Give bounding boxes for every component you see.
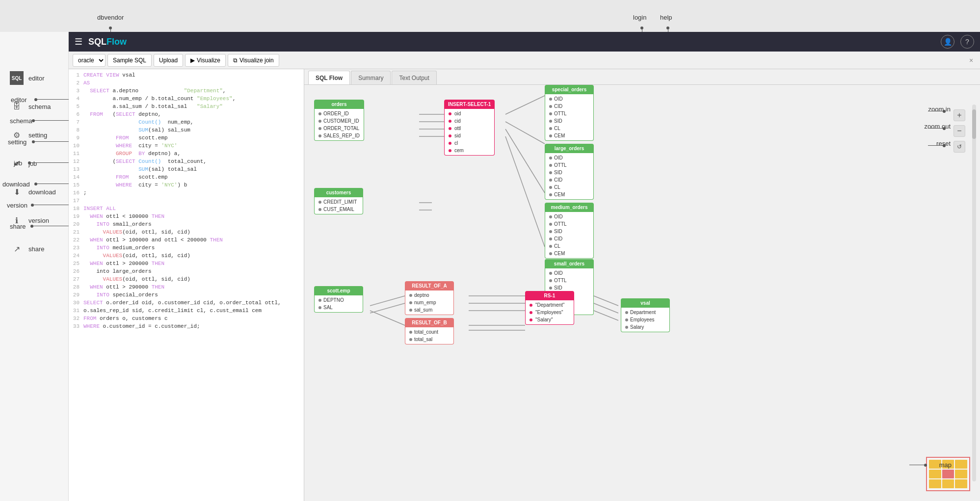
zoom-out-button[interactable]: − — [954, 125, 965, 137]
svg-line-7 — [505, 122, 545, 144]
code-line: 28 WHEN ottl > 290000 THEN — [69, 283, 304, 291]
zoom-in-label: zoom in — [928, 105, 951, 113]
download-ext-dot — [34, 183, 37, 185]
share-ext-label: share — [10, 223, 26, 230]
node-medium-orders[interactable]: medium_orders OID OTTL SID CID CL CEM — [545, 203, 594, 259]
editor-ext-line — [37, 99, 73, 100]
node-orders[interactable]: orders ORDER_ID CUSTOMER_ID ORDER_TOTAL … — [314, 100, 364, 141]
node-large-orders[interactable]: large_orders OID OTTL SID CID CL CEM — [545, 144, 594, 200]
node-result-of-b[interactable]: RESULT_OF_B total_count total_sal — [405, 318, 454, 344]
node-result-of-a[interactable]: RESULT_OF_A deptno num_emp sal_sum — [405, 281, 454, 315]
node-medium-orders-body: OID OTTL SID CID CL CEM — [545, 212, 594, 259]
code-line: 2AS — [69, 79, 304, 87]
share-ext-dot — [30, 225, 33, 228]
code-line: 25 WHEN ottl > 200000 THEN — [69, 260, 304, 267]
node-result-of-b-body: total_count total_sal — [405, 327, 454, 344]
sidebar-item-job[interactable]: ✔ job — [0, 157, 68, 170]
map-label: map — [939, 461, 952, 469]
node-field: OID — [549, 213, 589, 220]
code-line: 8 SUM(sal) sal_sum — [69, 126, 304, 134]
tab-sql-flow[interactable]: SQL Flow — [308, 71, 350, 84]
node-scott-emp[interactable]: scott.emp DEPTNO SAL — [314, 286, 363, 313]
node-field: CEM — [549, 132, 589, 139]
node-field: Department — [625, 309, 665, 316]
flow-panel[interactable]: orders ORDER_ID CUSTOMER_ID ORDER_TOTAL … — [304, 85, 980, 501]
tab-text-output[interactable]: Text Output — [392, 71, 436, 84]
svg-line-20 — [594, 311, 618, 320]
visualize-button[interactable]: ▶ Visualize — [185, 54, 226, 67]
link-icon: ⧉ — [233, 57, 238, 64]
node-field: cem — [449, 147, 490, 154]
dbvendor-label: dbvendor — [97, 14, 124, 21]
node-orders-body: ORDER_ID CUSTOMER_ID ORDER_TOTAL SALES_R… — [314, 109, 364, 141]
node-field: OTTL — [549, 110, 589, 117]
sample-sql-button[interactable]: Sample SQL — [107, 54, 152, 67]
node-result-of-a-body: deptno num_emp sal_sum — [405, 290, 454, 315]
editor-ext-dot — [34, 98, 37, 101]
oracle-select[interactable]: oracle — [73, 54, 106, 67]
scrollbar-thumb[interactable] — [972, 109, 976, 139]
node-field: OTTL — [549, 220, 589, 228]
code-line: 16; — [69, 189, 304, 197]
code-line: 30SELECT o.order_id oid, o.customer_id c… — [69, 299, 304, 307]
node-insert-select-1[interactable]: INSERT-SELECT-1 oid cid ottl sid cl cem — [444, 100, 495, 156]
code-line: 11 GROUP BY deptno) a, — [69, 150, 304, 158]
logo-sql: SQL — [88, 37, 106, 47]
zoom-in-button[interactable]: + — [954, 109, 965, 121]
logo: SQL Flow — [88, 37, 127, 47]
login-label: login — [633, 14, 646, 21]
upload-button[interactable]: Upload — [154, 54, 183, 67]
node-special-orders-header: special_orders — [545, 85, 594, 94]
job-ext-dot — [28, 161, 31, 164]
scrollbar-track[interactable] — [972, 105, 976, 481]
code-line: 4 a.num_emp / b.total_count "Employees", — [69, 95, 304, 103]
visualize-join-button[interactable]: ⧉ Visualize join — [228, 54, 279, 67]
code-line: 21 VALUES(oid, ottl, sid, cid) — [69, 228, 304, 236]
node-scott-emp-body: DEPTNO SAL — [314, 295, 363, 313]
node-field: CID — [549, 235, 589, 242]
job-ext-line — [31, 162, 73, 163]
tab-summary[interactable]: Summary — [351, 71, 391, 84]
node-scott-emp-header: scott.emp — [314, 286, 363, 295]
node-field: cid — [449, 117, 490, 125]
code-line: 1CREATE VIEW vsal — [69, 71, 304, 79]
sidebar-item-share[interactable]: ↗ share — [0, 242, 68, 256]
node-small-orders-header: small_orders — [545, 259, 594, 268]
sidebar: SQL editor 🗄 schema ⚙ setting ✔ job ⬇ do… — [0, 32, 69, 501]
node-large-orders-header: large_orders — [545, 144, 594, 153]
node-insert-select-1-body: oid cid ottl sid cl cem — [444, 109, 495, 156]
sidebar-item-schema[interactable]: 🗄 schema — [0, 100, 68, 113]
share-ext-line — [33, 226, 73, 226]
zoom-in-dot — [943, 110, 946, 113]
code-line: 23 INTO medium_orders — [69, 244, 304, 252]
node-field: total_sal — [409, 336, 450, 343]
node-field: OID — [549, 269, 589, 277]
help-icon[interactable]: ? — [960, 35, 974, 49]
login-icon[interactable]: 👤 — [941, 35, 954, 49]
sidebar-label-download: download — [28, 188, 56, 196]
code-line: 29 INTO special_orders — [69, 291, 304, 299]
svg-line-18 — [594, 296, 618, 306]
node-field: cl — [449, 139, 490, 147]
node-field: deptno — [409, 291, 450, 299]
node-special-orders[interactable]: special_orders OID CID OTTL SID CL CEM — [545, 85, 594, 141]
close-button[interactable]: × — [966, 55, 976, 65]
setting-ext-line — [35, 141, 73, 142]
sidebar-label-share: share — [28, 245, 45, 253]
reset-button[interactable]: ↺ — [954, 141, 965, 153]
node-field: CREDIT_LIMIT — [318, 198, 359, 206]
node-field: CID — [549, 103, 589, 110]
sidebar-item-editor[interactable]: SQL editor — [0, 71, 68, 85]
reset-line — [928, 145, 943, 146]
share-icon: ↗ — [10, 242, 24, 256]
sidebar-label-editor: editor — [28, 75, 45, 82]
svg-line-6 — [505, 96, 545, 114]
map-block — [929, 479, 941, 488]
node-field: OID — [549, 95, 589, 103]
hamburger-button[interactable]: ☰ — [75, 36, 82, 47]
node-rs1[interactable]: RS-1 "Department" "Employees" "Salary" — [525, 291, 574, 325]
code-line: 5 a.sal_sum / b.total_sal "Salary" — [69, 103, 304, 110]
node-vsal[interactable]: vsal Department Employees Salary — [621, 298, 670, 332]
node-customers[interactable]: customers CREDIT_LIMIT CUST_EMAIL — [314, 188, 363, 214]
map-block — [955, 460, 967, 469]
